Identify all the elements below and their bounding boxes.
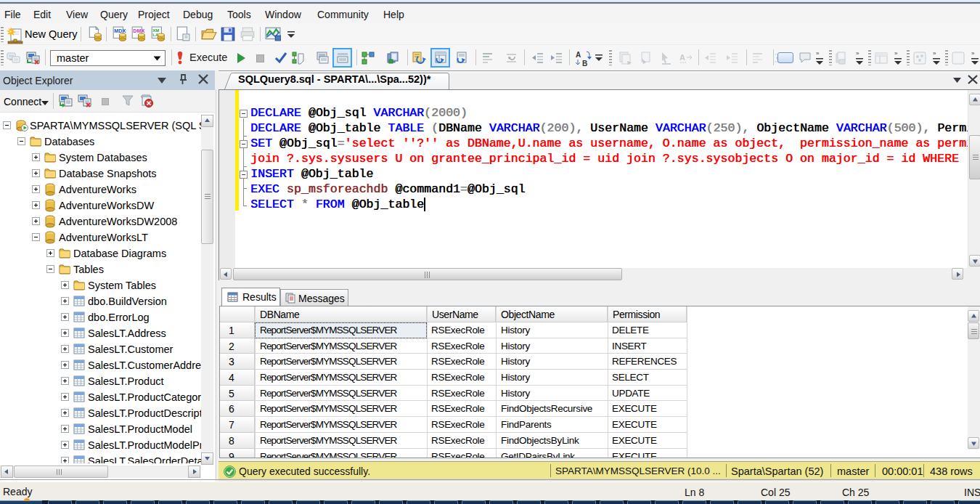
svg-text:XM: XM	[152, 28, 159, 33]
svg-text:A: A	[576, 51, 581, 59]
svg-text:»: »	[971, 50, 975, 57]
svg-text:»: »	[856, 50, 859, 57]
svg-text:»: »	[816, 50, 820, 57]
svg-text:MDX: MDX	[114, 28, 126, 34]
svg-text:B: B	[582, 60, 587, 68]
svg-text:»: »	[933, 50, 936, 57]
svg-text:A: A	[679, 53, 685, 62]
svg-text:»: »	[894, 50, 898, 57]
svg-text:DMX: DMX	[133, 28, 144, 34]
